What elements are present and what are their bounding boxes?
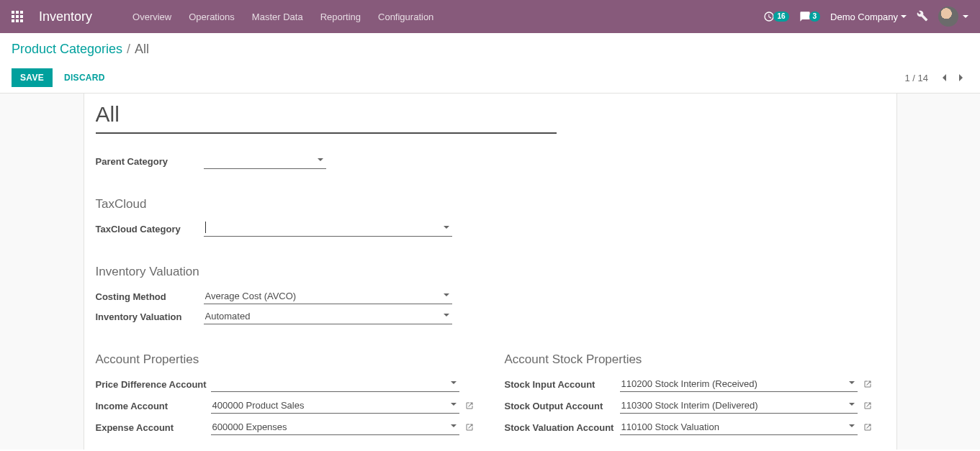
save-button[interactable]: SAVE [12, 68, 53, 87]
stock-input-account-input[interactable] [620, 376, 858, 392]
caret-down-icon [963, 15, 968, 18]
top-navbar: Inventory Overview Operations Master Dat… [0, 0, 980, 33]
menu-overview[interactable]: Overview [124, 12, 180, 22]
user-avatar [938, 6, 958, 27]
costing-method-select[interactable] [204, 288, 452, 304]
section-account-properties: Account Properties [96, 352, 476, 367]
main-menu: Overview Operations Master Data Reportin… [124, 12, 442, 22]
pager: 1 / 14 [904, 70, 968, 85]
label-stock-valuation: Stock Valuation Account [505, 422, 620, 433]
label-taxcloud-category: TaxCloud Category [96, 224, 204, 234]
debug-icon[interactable] [917, 10, 928, 24]
company-name: Demo Company [830, 12, 898, 22]
menu-operations[interactable]: Operations [180, 12, 243, 22]
label-expense-account: Expense Account [96, 422, 211, 433]
pager-prev[interactable] [937, 70, 951, 85]
activities-count: 16 [773, 12, 788, 22]
apps-icon[interactable] [12, 11, 23, 22]
label-inventory-valuation: Inventory Valuation [96, 311, 204, 322]
breadcrumb-separator: / [127, 42, 130, 57]
pager-text[interactable]: 1 / 14 [904, 73, 928, 83]
external-link-icon[interactable] [863, 423, 872, 432]
section-stock-properties: Account Stock Properties [505, 352, 885, 367]
messages-button[interactable]: 3 [799, 11, 821, 22]
breadcrumb-parent[interactable]: Product Categories [12, 42, 122, 57]
external-link-icon[interactable] [863, 380, 872, 388]
company-switcher[interactable]: Demo Company [830, 12, 907, 22]
menu-configuration[interactable]: Configuration [369, 12, 442, 22]
label-income-account: Income Account [96, 401, 211, 411]
caret-down-icon [901, 15, 907, 18]
stock-output-account-input[interactable] [620, 398, 858, 414]
stock-valuation-account-input[interactable] [620, 419, 858, 435]
user-menu[interactable] [938, 6, 968, 27]
price-diff-account-input[interactable] [211, 376, 459, 392]
form-scroll-area[interactable]: Parent Category TaxCloud TaxCloud Catego… [0, 93, 980, 450]
label-stock-input: Stock Input Account [505, 379, 620, 390]
chevron-right-icon [958, 73, 964, 82]
form-sheet: Parent Category TaxCloud TaxCloud Catego… [84, 94, 897, 450]
activities-button[interactable]: 16 [763, 11, 788, 22]
income-account-input[interactable] [211, 398, 459, 414]
text-cursor [205, 222, 206, 233]
breadcrumb-current: All [135, 42, 149, 57]
messages-count: 3 [809, 12, 821, 22]
control-panel: Product Categories / All SAVE DISCARD 1 … [0, 33, 980, 93]
app-brand[interactable]: Inventory [39, 9, 92, 24]
menu-master-data[interactable]: Master Data [243, 12, 312, 22]
inventory-valuation-select[interactable] [204, 309, 452, 324]
expense-account-input[interactable] [211, 419, 459, 435]
external-link-icon[interactable] [863, 401, 872, 410]
label-costing-method: Costing Method [96, 291, 204, 302]
taxcloud-category-input[interactable] [204, 221, 452, 237]
section-inventory-valuation: Inventory Valuation [96, 265, 885, 279]
breadcrumb: Product Categories / All [12, 42, 968, 57]
label-stock-output: Stock Output Account [505, 401, 620, 411]
parent-category-input[interactable] [204, 153, 326, 169]
pager-next[interactable] [954, 70, 968, 85]
label-parent-category: Parent Category [96, 156, 204, 167]
external-link-icon[interactable] [465, 401, 474, 410]
discard-button[interactable]: DISCARD [58, 68, 111, 87]
section-taxcloud: TaxCloud [96, 197, 885, 211]
external-link-icon[interactable] [465, 423, 474, 432]
chevron-left-icon [941, 73, 947, 82]
label-price-diff-account: Price Difference Account [96, 379, 211, 390]
category-name-input[interactable] [96, 99, 557, 134]
menu-reporting[interactable]: Reporting [312, 12, 369, 22]
